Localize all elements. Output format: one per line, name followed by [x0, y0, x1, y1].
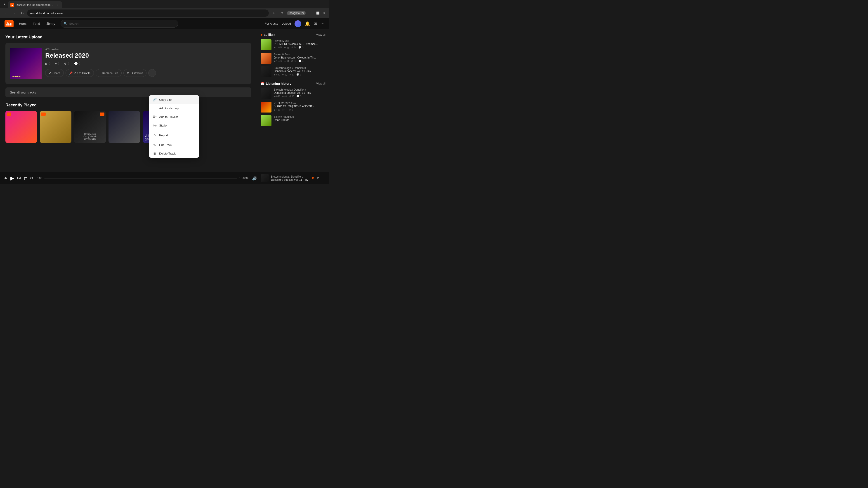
player-volume-button[interactable]: 🔊	[252, 176, 257, 181]
history-icon: 📅	[260, 82, 265, 86]
sidebar-track-name: [HARD TRUTH] TITHE AND TITHI...	[274, 105, 326, 108]
report-icon: ⚠	[153, 133, 156, 137]
pin-icon: 📌	[69, 71, 72, 75]
back-button[interactable]: ←	[3, 10, 9, 16]
plays-stat: ▶ 0	[45, 62, 51, 66]
comments-stat: 💬 4	[298, 60, 304, 63]
more-options-button[interactable]: ···	[148, 69, 156, 77]
reposts-stat: ↺ 17	[289, 73, 294, 76]
add-playlist-icon: ☰+	[153, 115, 156, 119]
sidebar-track-name: Road Tribute	[274, 119, 326, 122]
progress-bar[interactable]	[44, 178, 237, 178]
bookmark-button[interactable]: ☆	[271, 10, 277, 16]
edit-track-icon: ✎	[153, 143, 156, 147]
plays-stat: ▶ 438	[274, 108, 280, 111]
sidebar-track-item[interactable]: Biotechnologia / Densiflora Densiflora p…	[260, 66, 326, 77]
search-icon: 🔍	[64, 22, 67, 26]
sc-logo[interactable]	[4, 20, 13, 27]
player-repeat-button[interactable]: ↻	[30, 176, 33, 181]
history-view-all[interactable]: View all	[316, 82, 326, 85]
player-repost-button[interactable]: ↺	[317, 176, 320, 180]
recently-played-section: Recently Played ‹	[5, 103, 251, 143]
context-menu-add-to-playlist[interactable]: ☰+ Add to Playlist	[149, 112, 199, 121]
user-avatar[interactable]	[294, 20, 301, 27]
sidebar-track-item[interactable]: Raven Musik PREMIERE: Nosh & SJ - Dreams…	[260, 39, 326, 50]
notification-icon[interactable]: 🔔	[305, 21, 310, 26]
track-thumbnail: SHAYARI	[10, 48, 41, 79]
nav-library[interactable]: Library	[45, 21, 55, 26]
context-menu-station[interactable]: ((·)) Station	[149, 121, 199, 130]
context-menu-copy-link[interactable]: 🔗 Copy Link	[149, 95, 199, 104]
sidebar-track-name: Densiflora podcast vol. 11 - Iny	[274, 91, 326, 94]
pin-to-profile-button[interactable]: 📌 Pin to Profile	[66, 69, 94, 77]
distribute-button[interactable]: ⊕ Distribute	[123, 69, 147, 77]
player-play-button[interactable]: ▶	[10, 175, 14, 181]
message-icon[interactable]: ✉	[313, 21, 317, 26]
search-input[interactable]	[69, 22, 175, 25]
recently-played-item-2[interactable]	[40, 111, 71, 143]
context-menu-delete-track[interactable]: 🗑 Delete Track	[149, 149, 199, 158]
plays-stat: ▶ 647	[274, 95, 280, 98]
player-shuffle-button[interactable]: ⇄	[24, 176, 27, 181]
view-all-banner[interactable]: See all your tracks	[5, 88, 251, 97]
context-menu-add-to-next-up[interactable]: ☰+ Add to Next up	[149, 104, 199, 112]
track-name: Released 2020	[45, 52, 247, 59]
track-stats: ▶ 0 ♥ 2 ↺ 2 💬 0	[45, 62, 247, 66]
add-next-up-icon: ☰+	[153, 106, 156, 110]
forward-button[interactable]: →	[11, 10, 17, 16]
upload-link[interactable]: Upload	[282, 22, 291, 25]
history-section: 📅 Listening history View all Biotechnolo…	[260, 82, 326, 126]
recently-played-item-3[interactable]: Deejay-Gijs Cox (Official) 2PROMILLE	[74, 111, 106, 143]
reposts-stat: ↺ 17	[289, 95, 294, 98]
sidebar-track-stats: ▶ 438 ♥ 16 ↺ 2	[274, 108, 326, 111]
sc-search[interactable]: 🔍	[61, 20, 178, 28]
profile-button[interactable]: ⊙	[279, 10, 285, 16]
sidebar-track-item[interactable]: Sweet & Sour Jono Stephenson - Colours I…	[260, 53, 326, 64]
player-prev-button[interactable]: ⏮	[4, 176, 8, 181]
player-queue-button[interactable]: ☰	[322, 176, 326, 180]
context-menu-edit-track[interactable]: ✎ Edit Track	[149, 140, 199, 149]
recently-played-item-1[interactable]	[5, 111, 37, 143]
browser-nav-bar: ← → ↻ soundcloud.com/discover ☆ ⊙ Incogn…	[0, 8, 329, 18]
recently-played-item-4[interactable]	[108, 111, 140, 143]
restore-button[interactable]: ⬜	[315, 11, 320, 15]
address-bar[interactable]: soundcloud.com/discover	[27, 9, 269, 17]
sc-content: Your Latest Upload SHAYARI A24beaba Rele…	[0, 29, 257, 172]
sidebar-track-thumb	[260, 88, 272, 99]
more-button[interactable]: ···	[320, 21, 324, 26]
add-next-up-label: Add to Next up	[159, 107, 179, 110]
recently-played-title: Recently Played	[5, 103, 251, 107]
share-button[interactable]: ↗ Share	[45, 69, 64, 77]
recently-thumb-2	[40, 111, 71, 143]
edit-track-label: Edit Track	[159, 143, 172, 147]
tab-close-button[interactable]: ×	[56, 3, 59, 7]
history-title: 📅 Listening history	[260, 82, 291, 86]
sc-sidebar: ♥ 10 likes View all Raven Musik PREMIERE…	[257, 29, 329, 172]
player-heart-button[interactable]: ♥	[312, 176, 314, 180]
for-artists-link[interactable]: For Artists	[265, 22, 278, 25]
minimize-button[interactable]: —	[309, 11, 314, 15]
likes-view-all[interactable]: View all	[316, 33, 326, 36]
sc-main: Your Latest Upload SHAYARI A24beaba Rele…	[0, 29, 329, 172]
browser-tab-active[interactable]: ☁ Discover the top streamed mus... ×	[8, 1, 62, 8]
close-button[interactable]: ×	[322, 11, 327, 15]
recently-thumb-4	[108, 111, 140, 143]
refresh-button[interactable]: ↻	[19, 10, 25, 16]
context-menu-report[interactable]: ⚠ Report	[149, 131, 199, 139]
player-next-button[interactable]: ⏭	[17, 176, 21, 181]
sidebar-track-stats: ▶ 1,432 ♥ 91 ↺ 34 💬 4	[274, 60, 326, 63]
sidebar-track-artist: Sweet & Sour	[274, 53, 326, 56]
delete-track-icon: 🗑	[153, 152, 156, 155]
sidebar-track-item[interactable]: Skinny Fabulous Road Tribute	[260, 115, 326, 126]
window-controls: — ⬜ ×	[309, 11, 327, 15]
repost-icon: ↺	[64, 62, 67, 66]
sidebar-track-thumb	[260, 39, 272, 50]
sidebar-track-item[interactable]: Biotechnologia / Densiflora Densiflora p…	[260, 88, 326, 99]
replace-file-button[interactable]: ↑ Replace File	[96, 69, 122, 77]
nav-home[interactable]: Home	[19, 21, 27, 26]
new-tab-button[interactable]: +	[63, 1, 69, 7]
tab-switcher[interactable]: ▾	[2, 2, 7, 6]
nav-feed[interactable]: Feed	[33, 21, 40, 26]
incognito-badge[interactable]: Incognito (2)	[287, 11, 306, 15]
sidebar-track-item[interactable]: PRZFM109.2 Asia [HARD TRUTH] TITHE AND T…	[260, 102, 326, 112]
